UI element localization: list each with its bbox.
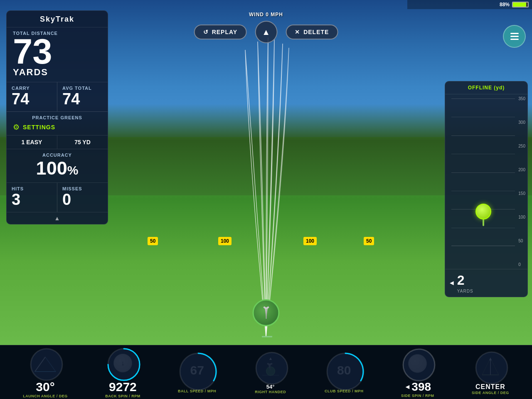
side-spin-label: SIDE SPIN / RPM — [401, 394, 434, 398]
carry-box: CARRY 74 — [7, 82, 57, 111]
collapse-arrow-icon: ▲ — [54, 215, 60, 222]
yard-marker-100-left: 100 — [218, 237, 232, 245]
distance-value: 75 YD — [62, 139, 103, 145]
misses-box: MISSES 0 — [57, 183, 108, 212]
back-spin-circle: ↓ — [106, 347, 139, 380]
club-speed-circle: 80 — [325, 352, 363, 389]
total-distance-value: 73 — [13, 34, 101, 69]
side-spin-circle — [401, 347, 434, 380]
yard-marker-50-left: 50 — [148, 237, 158, 245]
offline-title: OFFLINE (yd) — [448, 85, 524, 91]
delete-icon: ✕ — [295, 29, 300, 35]
practice-mode-section: PRACTICE GREENS ⚙ SETTINGS — [7, 112, 108, 135]
misses-label: MISSES — [62, 186, 103, 191]
offline-footer: ◄ 2 YARDS — [445, 269, 527, 297]
delete-label: DELETE — [303, 29, 329, 35]
yards-label: YARDS — [13, 67, 101, 78]
app-name: SkyTrak — [13, 15, 101, 24]
svg-point-12 — [476, 352, 507, 384]
side-angle-metric: CENTER SIDE ANGLE / DEG — [472, 350, 509, 395]
accuracy-section: ACCURACY 100% — [7, 149, 108, 183]
wind-label: WIND 0 MPH — [249, 12, 283, 17]
ball-speed-metric: 67 BALL SPEED / MPH — [178, 352, 216, 393]
club-speed-metric: 80 CLUB SPEED / MPH — [325, 352, 364, 393]
replay-label: REPLAY — [212, 29, 238, 35]
offline-yards-label: YARDS — [457, 289, 473, 293]
replay-icon: ↺ — [203, 29, 209, 35]
right-handed-metric: 54° RIGHT HANDED — [254, 350, 287, 394]
club-speed-arc — [325, 352, 365, 392]
practice-label: PRACTICE GREENS — [13, 115, 101, 120]
accuracy-number: 100 — [36, 158, 67, 179]
settings-label: SETTINGS — [23, 124, 55, 131]
svg-point-2 — [31, 349, 62, 380]
compass-arrow-icon: ▲ — [262, 27, 270, 37]
yard-250: 250 — [518, 144, 525, 148]
distance-box: 75 YD — [57, 135, 108, 149]
yard-50: 50 — [518, 239, 525, 243]
total-distance-section: TOTAL DISTANCE 73 YARDS — [7, 27, 108, 82]
back-spin-label: BACK SPIN / RPM — [105, 394, 140, 398]
ball-position-dot — [475, 204, 491, 219]
launch-angle-metric: 30° LAUNCH ANGLE / DEG — [23, 347, 68, 398]
ball-speed-circle: 67 — [178, 352, 216, 389]
side-angle-circle — [474, 350, 507, 383]
battery-percentage: 88% — [500, 2, 510, 7]
compass-button[interactable]: ▲ — [255, 21, 277, 43]
skytrak-logo: SkyTrak — [7, 11, 108, 27]
mode-distance-row: 1 EASY 75 YD — [7, 135, 108, 149]
svg-point-11 — [403, 349, 435, 381]
hits-box: HITS 3 — [7, 183, 57, 212]
yard-150: 150 — [518, 191, 525, 196]
club-display — [253, 299, 280, 326]
yard-200: 200 — [518, 167, 525, 172]
ball-speed-arc — [178, 352, 218, 392]
side-angle-arc — [474, 350, 510, 386]
launch-angle-label: LAUNCH ANGLE / DEG — [23, 394, 68, 398]
avg-total-value: 74 — [62, 91, 103, 108]
collapse-button[interactable]: ▲ — [7, 212, 108, 224]
launch-angle-circle — [29, 347, 62, 380]
svg-point-5 — [256, 352, 288, 384]
replay-button[interactable]: ↺ REPLAY — [194, 25, 247, 39]
hits-value: 3 — [12, 191, 52, 209]
yardage-labels: 350 300 250 200 150 100 50 0 — [518, 96, 525, 267]
yard-0: 0 — [518, 262, 525, 267]
menu-icon — [510, 33, 519, 40]
offline-arrow-icon: ◄ — [448, 279, 455, 287]
top-controls: ↺ REPLAY ▲ ✕ DELETE — [194, 21, 338, 43]
wind-indicator: WIND 0 MPH — [249, 10, 283, 18]
side-spin-metric: ◄ 398 SIDE SPIN / RPM — [401, 347, 434, 398]
offline-chart: 350 300 250 200 150 100 50 0 — [445, 94, 527, 269]
back-spin-metric: ↓ 9272 BACK SPIN / RPM — [105, 347, 140, 398]
yard-marker-100-right: 100 — [303, 237, 317, 245]
club-bg-circle — [254, 350, 290, 386]
offline-indicator-panel: OFFLINE (yd) 350 300 250 200 150 — [445, 81, 528, 297]
yard-350: 350 — [518, 96, 525, 101]
menu-button[interactable] — [503, 25, 526, 48]
misses-value: 0 — [62, 191, 103, 209]
left-stats-panel: SkyTrak TOTAL DISTANCE 73 YARDS CARRY 74… — [6, 10, 108, 224]
hits-misses-section: HITS 3 MISSES 0 — [7, 183, 108, 212]
club-icon — [260, 305, 272, 320]
club-angle-display — [254, 350, 287, 384]
launch-angle-arc — [29, 347, 64, 382]
delete-button[interactable]: ✕ DELETE — [286, 25, 338, 39]
carry-avg-section: CARRY 74 AVG TOTAL 74 — [7, 82, 108, 112]
battery-fill — [513, 2, 526, 7]
offline-header: OFFLINE (yd) — [445, 81, 527, 94]
gear-icon: ⚙ — [13, 123, 20, 132]
side-spin-arc-bg — [401, 347, 437, 383]
accuracy-value: 100% — [13, 158, 101, 179]
avg-total-box: AVG TOTAL 74 — [57, 82, 108, 111]
right-handed-label: RIGHT HANDED — [255, 390, 286, 394]
yard-100: 100 — [518, 215, 525, 219]
yard-300: 300 — [518, 120, 525, 125]
hits-label: HITS — [12, 186, 52, 191]
carry-value: 74 — [12, 91, 52, 108]
offline-yards-value: 2 — [457, 273, 473, 288]
menu-line-1 — [510, 33, 519, 34]
club-circle — [253, 299, 280, 326]
settings-row[interactable]: ⚙ SETTINGS — [13, 123, 101, 132]
mode-value: 1 EASY — [12, 139, 52, 145]
